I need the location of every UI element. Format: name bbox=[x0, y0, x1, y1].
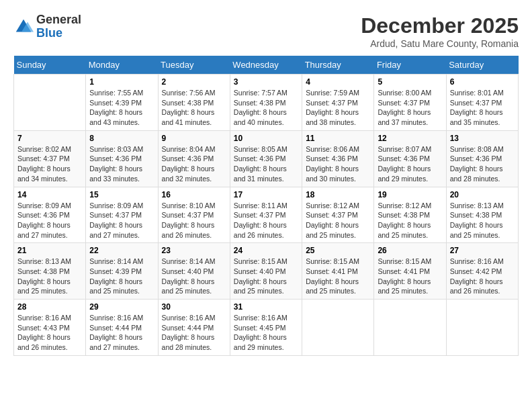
calendar-cell bbox=[374, 300, 446, 356]
day-info: Sunrise: 8:16 AM Sunset: 4:42 PM Dayligh… bbox=[450, 257, 515, 296]
sunrise-label: Sunrise: 8:06 AM bbox=[306, 145, 359, 153]
day-number: 14 bbox=[17, 190, 82, 199]
daylight-label: Daylight: 8 hours and 32 minutes. bbox=[162, 165, 215, 183]
sunrise-label: Sunrise: 8:11 AM bbox=[234, 201, 287, 210]
calendar-week-2: 7 Sunrise: 8:02 AM Sunset: 4:37 PM Dayli… bbox=[14, 130, 519, 187]
calendar-cell: 23 Sunrise: 8:14 AM Sunset: 4:40 PM Dayl… bbox=[158, 243, 230, 300]
daylight-label: Daylight: 8 hours and 26 minutes. bbox=[450, 277, 503, 295]
sunset-label: Sunset: 4:40 PM bbox=[234, 267, 286, 275]
col-friday: Friday bbox=[374, 56, 446, 75]
day-number: 17 bbox=[234, 190, 298, 199]
calendar-cell: 19 Sunrise: 8:12 AM Sunset: 4:38 PM Dayl… bbox=[374, 187, 446, 243]
month-title: December 2025 bbox=[361, 13, 519, 38]
sunset-label: Sunset: 4:39 PM bbox=[89, 99, 142, 107]
sunrise-label: Sunrise: 8:02 AM bbox=[17, 145, 71, 153]
day-info: Sunrise: 8:04 AM Sunset: 4:36 PM Dayligh… bbox=[162, 144, 226, 184]
sunset-label: Sunset: 4:37 PM bbox=[378, 99, 430, 107]
day-number: 2 bbox=[162, 77, 226, 87]
daylight-label: Daylight: 8 hours and 27 minutes. bbox=[17, 221, 71, 239]
calendar-week-3: 14 Sunrise: 8:09 AM Sunset: 4:36 PM Dayl… bbox=[14, 187, 519, 243]
calendar-cell: 17 Sunrise: 8:11 AM Sunset: 4:37 PM Dayl… bbox=[230, 187, 302, 243]
calendar-week-5: 28 Sunrise: 8:16 AM Sunset: 4:43 PM Dayl… bbox=[14, 300, 519, 356]
calendar-cell: 29 Sunrise: 8:16 AM Sunset: 4:44 PM Dayl… bbox=[86, 300, 158, 356]
day-info: Sunrise: 8:15 AM Sunset: 4:41 PM Dayligh… bbox=[306, 257, 370, 296]
calendar-cell: 27 Sunrise: 8:16 AM Sunset: 4:42 PM Dayl… bbox=[446, 243, 518, 300]
sunset-label: Sunset: 4:36 PM bbox=[450, 154, 502, 163]
day-number: 9 bbox=[162, 134, 226, 143]
day-number: 16 bbox=[162, 190, 226, 199]
calendar-cell: 25 Sunrise: 8:15 AM Sunset: 4:41 PM Dayl… bbox=[302, 243, 374, 300]
sunset-label: Sunset: 4:43 PM bbox=[17, 324, 70, 332]
daylight-label: Daylight: 8 hours and 29 minutes. bbox=[234, 333, 287, 351]
day-number: 18 bbox=[306, 190, 370, 199]
sunrise-label: Sunrise: 8:04 AM bbox=[162, 145, 216, 153]
logo-text: General Blue bbox=[36, 13, 81, 40]
sunset-label: Sunset: 4:37 PM bbox=[450, 99, 502, 107]
calendar-cell: 13 Sunrise: 8:08 AM Sunset: 4:36 PM Dayl… bbox=[446, 130, 518, 187]
day-number: 12 bbox=[378, 134, 442, 143]
day-number: 1 bbox=[89, 77, 154, 87]
calendar-table: Sunday Monday Tuesday Wednesday Thursday… bbox=[13, 56, 519, 356]
calendar-cell: 31 Sunrise: 8:16 AM Sunset: 4:45 PM Dayl… bbox=[230, 300, 302, 356]
sunrise-label: Sunrise: 8:08 AM bbox=[450, 145, 504, 153]
day-number: 21 bbox=[17, 246, 82, 255]
daylight-label: Daylight: 8 hours and 26 minutes. bbox=[234, 221, 287, 239]
sunset-label: Sunset: 4:41 PM bbox=[378, 267, 430, 275]
col-sunday: Sunday bbox=[14, 56, 86, 75]
sunrise-label: Sunrise: 8:16 AM bbox=[17, 314, 71, 322]
sunrise-label: Sunrise: 8:10 AM bbox=[162, 201, 216, 210]
calendar-cell: 2 Sunrise: 7:56 AM Sunset: 4:38 PM Dayli… bbox=[158, 75, 230, 131]
daylight-label: Daylight: 8 hours and 25 minutes. bbox=[450, 221, 503, 239]
sunset-label: Sunset: 4:36 PM bbox=[378, 154, 430, 163]
sunset-label: Sunset: 4:40 PM bbox=[162, 267, 214, 275]
day-info: Sunrise: 8:10 AM Sunset: 4:37 PM Dayligh… bbox=[162, 201, 226, 240]
sunrise-label: Sunrise: 8:09 AM bbox=[89, 201, 143, 210]
daylight-label: Daylight: 8 hours and 43 minutes. bbox=[89, 108, 142, 126]
sunset-label: Sunset: 4:38 PM bbox=[378, 211, 430, 219]
sunrise-label: Sunrise: 8:14 AM bbox=[89, 257, 143, 265]
daylight-label: Daylight: 8 hours and 35 minutes. bbox=[450, 108, 503, 126]
calendar-week-1: 1 Sunrise: 7:55 AM Sunset: 4:39 PM Dayli… bbox=[14, 75, 519, 131]
calendar-week-4: 21 Sunrise: 8:13 AM Sunset: 4:38 PM Dayl… bbox=[14, 243, 519, 300]
day-number: 3 bbox=[234, 77, 298, 87]
col-tuesday: Tuesday bbox=[158, 56, 230, 75]
day-number: 24 bbox=[234, 246, 298, 255]
daylight-label: Daylight: 8 hours and 26 minutes. bbox=[17, 333, 71, 351]
daylight-label: Daylight: 8 hours and 40 minutes. bbox=[234, 108, 287, 126]
calendar-cell: 6 Sunrise: 8:01 AM Sunset: 4:37 PM Dayli… bbox=[446, 75, 518, 131]
sunrise-label: Sunrise: 8:09 AM bbox=[17, 201, 71, 210]
day-number: 29 bbox=[89, 302, 154, 312]
sunset-label: Sunset: 4:38 PM bbox=[234, 99, 286, 107]
sunrise-label: Sunrise: 8:15 AM bbox=[234, 257, 287, 265]
day-info: Sunrise: 8:02 AM Sunset: 4:37 PM Dayligh… bbox=[17, 144, 82, 184]
day-number: 23 bbox=[162, 246, 226, 255]
day-number: 15 bbox=[89, 190, 154, 199]
calendar-cell bbox=[302, 300, 374, 356]
day-info: Sunrise: 7:59 AM Sunset: 4:37 PM Dayligh… bbox=[306, 88, 370, 128]
col-thursday: Thursday bbox=[302, 56, 374, 75]
day-info: Sunrise: 8:15 AM Sunset: 4:40 PM Dayligh… bbox=[234, 257, 298, 296]
calendar-cell: 1 Sunrise: 7:55 AM Sunset: 4:39 PM Dayli… bbox=[86, 75, 158, 131]
sunrise-label: Sunrise: 8:16 AM bbox=[89, 314, 143, 322]
sunrise-label: Sunrise: 7:56 AM bbox=[162, 89, 216, 97]
calendar-cell: 30 Sunrise: 8:16 AM Sunset: 4:44 PM Dayl… bbox=[158, 300, 230, 356]
daylight-label: Daylight: 8 hours and 29 minutes. bbox=[378, 165, 431, 183]
sunrise-label: Sunrise: 8:14 AM bbox=[162, 257, 216, 265]
sunset-label: Sunset: 4:36 PM bbox=[17, 211, 70, 219]
sunset-label: Sunset: 4:44 PM bbox=[162, 324, 214, 332]
day-info: Sunrise: 8:06 AM Sunset: 4:36 PM Dayligh… bbox=[306, 144, 370, 184]
calendar-cell: 28 Sunrise: 8:16 AM Sunset: 4:43 PM Dayl… bbox=[14, 300, 86, 356]
sunset-label: Sunset: 4:44 PM bbox=[89, 324, 142, 332]
daylight-label: Daylight: 8 hours and 27 minutes. bbox=[89, 221, 142, 239]
day-info: Sunrise: 8:09 AM Sunset: 4:36 PM Dayligh… bbox=[17, 201, 82, 240]
daylight-label: Daylight: 8 hours and 26 minutes. bbox=[162, 221, 215, 239]
col-monday: Monday bbox=[86, 56, 158, 75]
day-number: 30 bbox=[162, 302, 226, 312]
day-number: 13 bbox=[450, 134, 515, 143]
logo-icon bbox=[13, 17, 34, 37]
daylight-label: Daylight: 8 hours and 38 minutes. bbox=[306, 108, 359, 126]
calendar-cell: 14 Sunrise: 8:09 AM Sunset: 4:36 PM Dayl… bbox=[14, 187, 86, 243]
sunset-label: Sunset: 4:36 PM bbox=[162, 154, 214, 163]
sunrise-label: Sunrise: 8:15 AM bbox=[306, 257, 359, 265]
calendar-cell: 15 Sunrise: 8:09 AM Sunset: 4:37 PM Dayl… bbox=[86, 187, 158, 243]
